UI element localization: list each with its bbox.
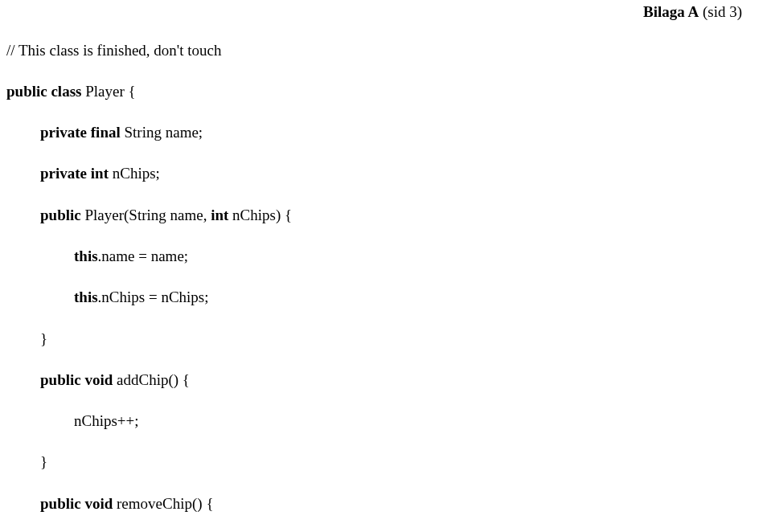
code-line: this.nChips = nChips;	[74, 287, 765, 308]
code-line: public void removeChip() {	[40, 493, 765, 514]
document-page: Bilaga A (sid 3) // This class is finish…	[0, 0, 771, 532]
code-block: // This class is finished, don't touch p…	[6, 19, 765, 532]
appendix-label: Bilaga A	[643, 3, 699, 20]
code-line: private final String name;	[40, 122, 765, 143]
code-line: public Player(String name, int nChips) {	[40, 205, 765, 226]
code-line: private int nChips;	[40, 163, 765, 184]
code-line: public class Player {	[6, 81, 765, 102]
page-note: (sid 3)	[699, 3, 742, 20]
code-line: public void addChip() {	[40, 370, 765, 391]
code-line: this.name = name;	[74, 246, 765, 267]
code-line: }	[40, 452, 765, 473]
code-line: nChips++;	[74, 411, 765, 432]
appendix-header: Bilaga A (sid 3)	[643, 3, 742, 21]
code-line: // This class is finished, don't touch	[6, 40, 765, 61]
code-line: }	[40, 329, 765, 350]
